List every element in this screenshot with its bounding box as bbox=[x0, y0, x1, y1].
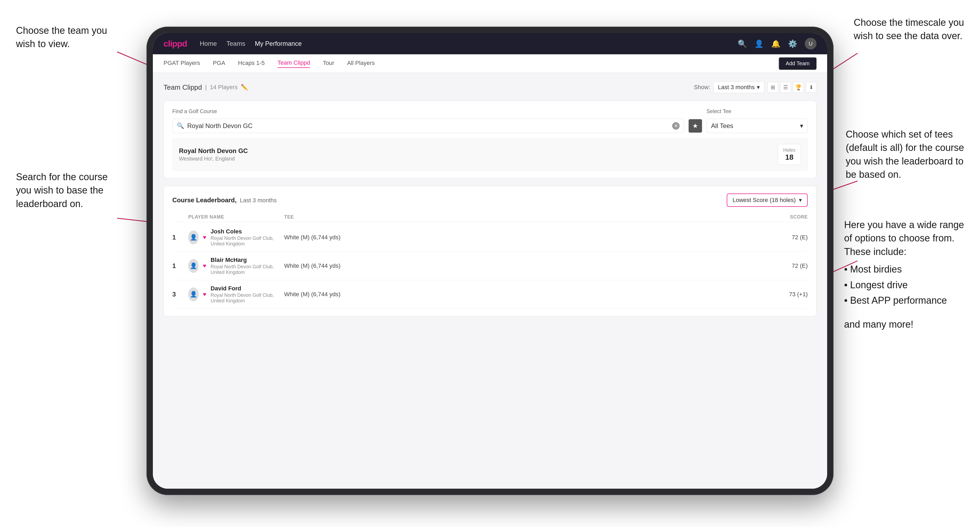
col-header-player: PLAYER NAME bbox=[188, 214, 284, 220]
list-view-button[interactable]: ☰ bbox=[780, 82, 791, 93]
search-input-wrap[interactable]: 🔍 ✕ bbox=[172, 119, 684, 133]
annotation-bottom-right: Here you have a wide range of options to… bbox=[844, 218, 964, 332]
player-count-text: 14 Players bbox=[210, 84, 237, 91]
player-rank-1: 1 bbox=[172, 234, 188, 241]
nav-link-teams[interactable]: Teams bbox=[226, 40, 245, 48]
leaderboard-subtitle: Last 3 months bbox=[240, 197, 277, 204]
tee-value: All Tees bbox=[711, 122, 733, 130]
show-dropdown[interactable]: Last 3 months ▾ bbox=[713, 81, 764, 93]
subnav-tour[interactable]: Tour bbox=[323, 60, 334, 68]
find-course-label: Find a Golf Course bbox=[172, 108, 700, 114]
player-avatar-3: 👤 bbox=[188, 287, 199, 301]
and-more-text: and many more! bbox=[844, 318, 964, 331]
player-club-2: Royal North Devon Golf Club, United King… bbox=[211, 264, 284, 275]
main-content: Team Clippd | 14 Players ✏️ Show: Last 3… bbox=[153, 73, 827, 489]
app-logo: clippd bbox=[164, 39, 187, 49]
player-heart-2: ♥ bbox=[203, 262, 206, 269]
player-rank-2: 1 bbox=[172, 262, 188, 270]
player-club-3: Royal North Devon Golf Club, United King… bbox=[211, 292, 284, 304]
bullet-item-2: Longest drive bbox=[844, 278, 964, 292]
grid-view-button[interactable]: ⊞ bbox=[767, 82, 778, 93]
subnav-team-clippd[interactable]: Team Clippd bbox=[277, 59, 310, 68]
holes-badge: Holes 18 bbox=[778, 144, 801, 165]
team-title-group: Team Clippd | 14 Players ✏️ bbox=[164, 83, 248, 92]
col-header-tee: TEE bbox=[284, 214, 754, 220]
team-name: Team Clippd bbox=[164, 83, 202, 92]
show-label: Show: bbox=[694, 84, 710, 91]
player-rank-3: 3 bbox=[172, 290, 188, 298]
player-heart-3: ♥ bbox=[203, 291, 206, 298]
annotation-middle-left: Search for the course you wish to base t… bbox=[16, 170, 108, 211]
course-location: Westward Ho!, England bbox=[179, 156, 248, 162]
annotation-top-right-text: Choose the timescale you wish to see the… bbox=[854, 17, 964, 41]
download-button[interactable]: ⬇ bbox=[806, 82, 816, 93]
holes-label: Holes bbox=[783, 148, 795, 153]
settings-icon[interactable]: ⚙️ bbox=[788, 40, 797, 48]
search-icon: 🔍 bbox=[177, 122, 184, 129]
tablet-device: clippd Home Teams My Performance 🔍 👤 🔔 ⚙… bbox=[146, 27, 834, 495]
player-name-3: David Ford bbox=[211, 285, 284, 292]
bell-icon[interactable]: 🔔 bbox=[771, 40, 781, 48]
annotation-top-left: Choose the team you wish to view. bbox=[16, 24, 107, 51]
player-score-1: 72 (E) bbox=[754, 234, 808, 241]
search-labels: Find a Golf Course Select Tee bbox=[172, 108, 808, 114]
add-team-button[interactable]: Add Team bbox=[779, 57, 816, 70]
player-tee-1: White (M) (6,744 yds) bbox=[284, 234, 754, 241]
subnav-pga[interactable]: PGA bbox=[213, 60, 225, 68]
leaderboard-section: Course Leaderboard, Last 3 months Lowest… bbox=[164, 186, 816, 316]
course-result: Royal North Devon GC Westward Ho!, Engla… bbox=[172, 138, 808, 171]
search-icon[interactable]: 🔍 bbox=[738, 40, 747, 48]
tee-chevron-icon: ▾ bbox=[800, 122, 803, 130]
player-avatar-2: 👤 bbox=[188, 259, 199, 273]
player-row: 3 👤 ♥ David Ford Royal North Devon Golf … bbox=[172, 280, 808, 309]
player-row: 1 👤 ♥ Josh Coles Royal North Devon Golf … bbox=[172, 223, 808, 252]
col-header-score: SCORE bbox=[754, 214, 808, 220]
nav-link-my-performance[interactable]: My Performance bbox=[255, 40, 302, 48]
subnav-pgat[interactable]: PGAT Players bbox=[164, 60, 200, 68]
annotation-top-left-text: Choose the team you wish to view. bbox=[16, 25, 107, 49]
star-button[interactable]: ★ bbox=[688, 119, 702, 133]
people-icon[interactable]: 👤 bbox=[754, 40, 764, 48]
player-details-3: David Ford Royal North Devon Golf Club, … bbox=[211, 285, 284, 304]
subnav-hcaps[interactable]: Hcaps 1-5 bbox=[238, 60, 265, 68]
search-panel: Find a Golf Course Select Tee 🔍 ✕ ★ All … bbox=[164, 101, 816, 178]
bullet-item-3: Best APP performance bbox=[844, 294, 964, 307]
view-icons: ⊞ ☰ 🏆 ⬇ bbox=[767, 82, 816, 93]
trophy-view-button[interactable]: 🏆 bbox=[793, 82, 804, 93]
subnav-all-players[interactable]: All Players bbox=[347, 60, 375, 68]
player-club-1: Royal North Devon Golf Club, United King… bbox=[211, 236, 284, 247]
annotation-middle-right: Choose which set of tees (default is all… bbox=[846, 128, 964, 181]
show-controls: Show: Last 3 months ▾ ⊞ ☰ 🏆 ⬇ bbox=[694, 81, 816, 93]
search-row: 🔍 ✕ ★ All Tees ▾ bbox=[172, 119, 808, 133]
player-count: | bbox=[205, 84, 207, 91]
player-details-1: Josh Coles Royal North Devon Golf Club, … bbox=[211, 228, 284, 247]
leaderboard-title: Course Leaderboard, bbox=[172, 197, 237, 204]
select-tee-label: Select Tee bbox=[706, 108, 808, 114]
score-option-label: Lowest Score (18 holes) bbox=[733, 197, 796, 204]
score-type-dropdown[interactable]: Lowest Score (18 holes) ▾ bbox=[727, 194, 808, 207]
player-row: 1 👤 ♥ Blair McHarg Royal North Devon Gol… bbox=[172, 252, 808, 280]
annotation-top-right: Choose the timescale you wish to see the… bbox=[854, 16, 964, 43]
dropdown-chevron-icon: ▾ bbox=[757, 84, 760, 91]
nav-link-home[interactable]: Home bbox=[200, 40, 217, 48]
annotation-bottom-right-title: Here you have a wide range of options to… bbox=[844, 219, 964, 257]
user-avatar[interactable]: U bbox=[805, 38, 816, 49]
player-score-2: 72 (E) bbox=[754, 262, 808, 269]
course-search-input[interactable] bbox=[187, 122, 669, 130]
app-navbar: clippd Home Teams My Performance 🔍 👤 🔔 ⚙… bbox=[153, 33, 827, 54]
tee-select-dropdown[interactable]: All Tees ▾ bbox=[706, 119, 808, 133]
holes-count: 18 bbox=[783, 153, 795, 162]
show-value: Last 3 months bbox=[718, 84, 755, 91]
edit-icon[interactable]: ✏️ bbox=[241, 84, 248, 91]
score-dropdown-chevron-icon: ▾ bbox=[799, 197, 802, 204]
sub-nav: PGAT Players PGA Hcaps 1-5 Team Clippd T… bbox=[153, 54, 827, 73]
player-tee-3: White (M) (6,744 yds) bbox=[284, 291, 754, 298]
bullet-list: Most birdies Longest drive Best APP perf… bbox=[844, 263, 964, 307]
player-name-2: Blair McHarg bbox=[211, 257, 284, 264]
nav-actions: 🔍 👤 🔔 ⚙️ U bbox=[738, 38, 816, 49]
leaderboard-header: Course Leaderboard, Last 3 months Lowest… bbox=[172, 194, 808, 207]
clear-search-button[interactable]: ✕ bbox=[672, 122, 679, 130]
player-avatar-1: 👤 bbox=[188, 230, 199, 244]
nav-links: Home Teams My Performance bbox=[200, 40, 738, 48]
course-info: Royal North Devon GC Westward Ho!, Engla… bbox=[179, 147, 248, 162]
